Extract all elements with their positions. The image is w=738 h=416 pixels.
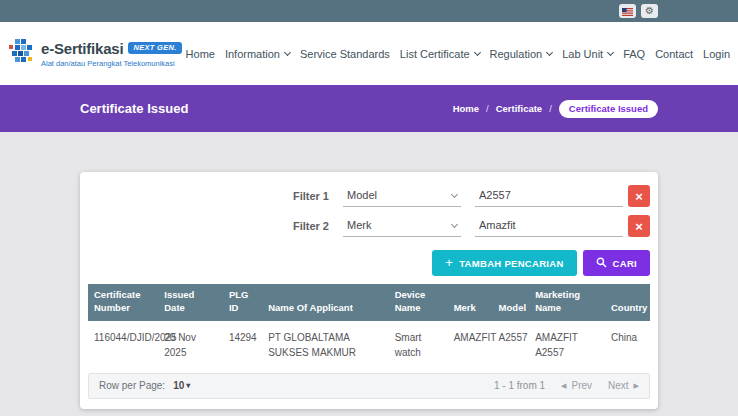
filter2-field-select[interactable]: Merk bbox=[343, 215, 461, 237]
cell-merk: AMAZFIT bbox=[448, 321, 493, 371]
cell-marketing-name: AMAZFIT A2557 bbox=[529, 321, 605, 371]
col-marketing-name: Marketing Name bbox=[529, 284, 605, 321]
cell-model: A2557 bbox=[493, 321, 530, 371]
breadcrumb-current: Certificate Issued bbox=[559, 100, 658, 118]
nav-item-service-standards[interactable]: Service Standards bbox=[300, 48, 390, 60]
arrow-right-icon: ▶ bbox=[634, 382, 639, 390]
breadcrumb-home[interactable]: Home bbox=[453, 103, 479, 114]
add-search-button[interactable]: + TAMBAH PENCARIAN bbox=[432, 250, 576, 276]
breadcrumb-separator: / bbox=[549, 103, 552, 114]
topbar: ⚙ bbox=[0, 0, 738, 22]
table-row: 116044/DJID/2025 20 Nov 2025 14294 PT GL… bbox=[88, 321, 650, 371]
cell-certificate-number: 116044/DJID/2025 bbox=[88, 321, 158, 371]
filter1-label: Filter 1 bbox=[293, 190, 329, 202]
close-icon: × bbox=[635, 190, 643, 203]
rows-per-page-select[interactable]: 10 ▾ bbox=[173, 380, 190, 391]
chevron-down-icon bbox=[607, 48, 614, 55]
breadcrumb-certificate[interactable]: Certificate bbox=[496, 103, 542, 114]
chevron-down-icon bbox=[546, 48, 553, 55]
gear-icon: ⚙ bbox=[645, 6, 654, 16]
nav-item-lab-unit[interactable]: Lab Unit bbox=[562, 48, 613, 60]
table-header-row: Certificate Number Issued Date PLG ID Na… bbox=[88, 284, 650, 321]
breadcrumb-separator: / bbox=[486, 103, 489, 114]
pagination-range: 1 - 1 from 1 bbox=[494, 380, 545, 391]
col-certificate-number: Certificate Number bbox=[88, 284, 158, 321]
next-page-button[interactable]: Next ▶ bbox=[608, 380, 639, 391]
col-issued-date: Issued Date bbox=[158, 284, 223, 321]
filter2-label: Filter 2 bbox=[293, 220, 329, 232]
chevron-down-icon bbox=[451, 190, 458, 197]
chevron-down-icon bbox=[284, 48, 291, 55]
filter-row-2: Filter 2 Merk × bbox=[88, 212, 650, 240]
chevron-down-icon bbox=[451, 220, 458, 227]
rows-per-page-label: Row per Page: bbox=[99, 380, 165, 391]
col-name-of-applicant: Name Of Applicant bbox=[262, 284, 388, 321]
results-table: Certificate Number Issued Date PLG ID Na… bbox=[88, 284, 650, 371]
cell-name-of-applicant: PT GLOBALTAMA SUKSES MAKMUR bbox=[262, 321, 388, 371]
col-country: Country bbox=[605, 284, 650, 321]
nav-item-list-certificate[interactable]: List Certificate bbox=[400, 48, 480, 60]
col-device-name: Device Name bbox=[389, 284, 448, 321]
brand-logo[interactable]: e-Sertifikasi NEXT GEN. Alat dan/atau Pe… bbox=[8, 39, 182, 69]
nav-item-home[interactable]: Home bbox=[186, 48, 215, 60]
cell-issued-date: 20 Nov 2025 bbox=[158, 321, 223, 371]
filter1-field-select[interactable]: Model bbox=[343, 185, 461, 207]
prev-page-button[interactable]: ◀ Prev bbox=[561, 380, 592, 391]
pagination-bar: Row per Page: 10 ▾ 1 - 1 from 1 ◀ Prev N… bbox=[88, 373, 650, 399]
nav-item-faq[interactable]: FAQ bbox=[623, 48, 645, 60]
close-icon: × bbox=[635, 220, 643, 233]
filter2-value-input[interactable] bbox=[475, 215, 623, 237]
search-button[interactable]: CARI bbox=[583, 250, 650, 276]
col-plg-id: PLG ID bbox=[223, 284, 262, 321]
actions-row: + TAMBAH PENCARIAN CARI bbox=[88, 250, 650, 276]
cell-device-name: Smart watch bbox=[389, 321, 448, 371]
search-icon bbox=[596, 257, 607, 270]
search-results-card: Filter 1 Model × Filter 2 Merk × + TAMBA… bbox=[80, 172, 658, 409]
page-banner: Certificate Issued Home / Certificate / … bbox=[0, 85, 738, 132]
page-title: Certificate Issued bbox=[80, 101, 188, 116]
language-button[interactable] bbox=[619, 4, 636, 18]
nav-item-contact[interactable]: Contact bbox=[655, 48, 693, 60]
nav-item-information[interactable]: Information bbox=[225, 48, 290, 60]
filter1-clear-button[interactable]: × bbox=[628, 185, 650, 207]
brand-badge: NEXT GEN. bbox=[128, 42, 181, 54]
nav-item-login[interactable]: Login bbox=[703, 48, 730, 60]
plus-icon: + bbox=[445, 255, 453, 270]
us-flag-icon bbox=[622, 4, 633, 19]
breadcrumb: Home / Certificate / Certificate Issued bbox=[453, 100, 658, 118]
col-model: Model bbox=[493, 284, 530, 321]
cell-country: China bbox=[605, 321, 650, 371]
col-merk: Merk bbox=[448, 284, 493, 321]
settings-button[interactable]: ⚙ bbox=[641, 4, 658, 18]
brand-tagline: Alat dan/atau Perangkat Telekomunikasi bbox=[41, 59, 182, 68]
cell-plg-id: 14294 bbox=[223, 321, 262, 371]
filter2-clear-button[interactable]: × bbox=[628, 215, 650, 237]
logo-mosaic-icon bbox=[8, 39, 34, 69]
filter-row-1: Filter 1 Model × bbox=[88, 182, 650, 210]
nav-item-regulation[interactable]: Regulation bbox=[490, 48, 553, 60]
filter1-value-input[interactable] bbox=[475, 185, 623, 207]
chevron-down-icon bbox=[474, 48, 481, 55]
brand-name: e-Sertifikasi bbox=[41, 40, 123, 57]
main-nav: Home Information Service Standards List … bbox=[186, 48, 730, 60]
caret-down-icon: ▾ bbox=[186, 381, 190, 390]
arrow-left-icon: ◀ bbox=[561, 382, 566, 390]
header: e-Sertifikasi NEXT GEN. Alat dan/atau Pe… bbox=[0, 22, 738, 85]
